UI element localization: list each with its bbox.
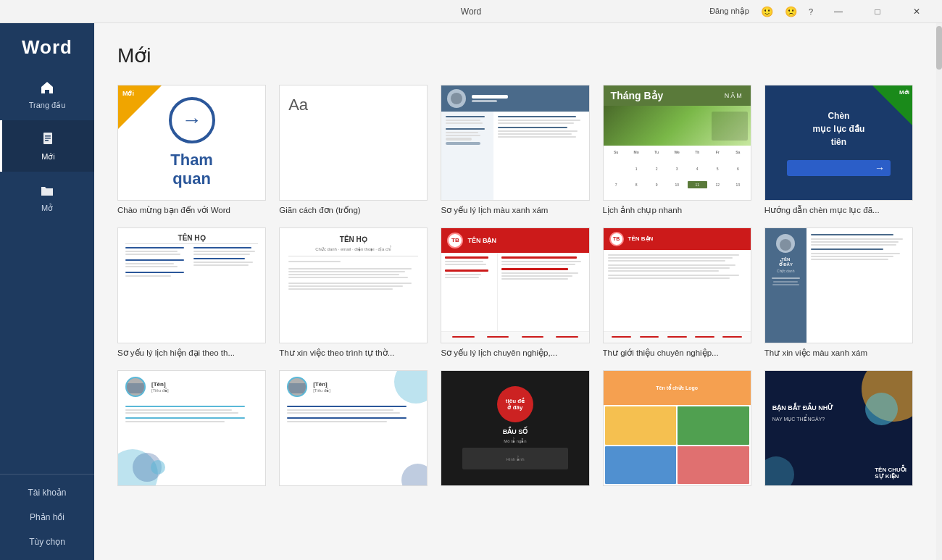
sidebar-label-home: Trang đầu bbox=[29, 101, 66, 110]
template-thumb-event: BẠN BẮT ĐẦU NHỮ NAY MỤC THỂ NGÀY? TÊN CH… bbox=[764, 370, 913, 486]
sidebar-item-open[interactable]: Mở bbox=[0, 172, 94, 223]
template-label: Sơ yếu lý lịch màu xanh xám bbox=[441, 205, 589, 216]
list-item[interactable]: TB TÊN BẠN bbox=[441, 227, 589, 359]
list-item[interactable]: TÊN HỌ Chức danh · email · điện thoại · … bbox=[279, 227, 428, 359]
titlebar-actions: Đăng nhập 🙂 🙁 ? — □ ✕ bbox=[706, 0, 933, 23]
emoji-happy-icon[interactable]: 🙂 bbox=[758, 4, 776, 19]
template-thumb-cv-intro: TB TÊN BẠN bbox=[603, 227, 751, 343]
welcome-text: Thamquan bbox=[170, 151, 213, 189]
list-item[interactable]: Aa Giãn cách đơn (trống) bbox=[279, 85, 428, 216]
template-label: Thư xin việc theo trình tự thờ... bbox=[279, 348, 428, 359]
template-thumb-brochure-dark: tiêu đềở đây BẦU SỐ Mô tả ngắn Hình ảnh bbox=[441, 370, 589, 486]
sidebar-label-open: Mở bbox=[41, 204, 53, 213]
template-thumb-cv-circle2: [Tên] [Tiêu đề] bbox=[279, 370, 428, 486]
template-label: Thư giới thiệu chuyên nghiệp... bbox=[603, 348, 751, 359]
template-thumb-calendar: Tháng Bảy NĂM Su Mo Tu We Th Fr bbox=[603, 85, 751, 201]
list-item[interactable]: Sơ yếu lý lịch màu xanh xám bbox=[441, 85, 589, 216]
titlebar: Word Đăng nhập 🙂 🙁 ? — □ ✕ bbox=[0, 0, 942, 23]
template-label: Giãn cách đơn (trống) bbox=[279, 205, 428, 216]
list-item[interactable]: Tháng Bảy NĂM Su Mo Tu We Th Fr bbox=[603, 85, 751, 216]
list-item[interactable]: tiêu đềở đây BẦU SỐ Mô tả ngắn Hình ảnh bbox=[441, 370, 589, 490]
svg-rect-1 bbox=[45, 135, 51, 137]
minimize-button[interactable]: — bbox=[822, 0, 855, 23]
home-icon bbox=[38, 79, 56, 96]
template-thumb-welcome: Mới → Thamquan bbox=[117, 85, 266, 201]
template-thumb-photo-collage: Tên tổ chức Logo bbox=[603, 370, 751, 486]
template-thumb-cv-modern: TÊN HỌ bbox=[117, 227, 266, 343]
content-area: Mới Mới → Thamquan Chào mừng bạn đến với… bbox=[94, 23, 936, 560]
template-label: Thư xin việc màu xanh xám bbox=[764, 348, 913, 359]
list-item[interactable]: TÊNỞ ĐÂY Chức danh bbox=[764, 227, 913, 359]
app-logo: Word bbox=[0, 23, 94, 69]
welcome-arrow-icon: → bbox=[169, 97, 215, 143]
list-item[interactable]: [Tên] [Tiêu đề] bbox=[117, 370, 266, 490]
template-thumb-blank: Aa bbox=[279, 85, 428, 201]
template-thumb-cover-gray: TÊNỞ ĐÂY Chức danh bbox=[764, 227, 913, 343]
sidebar-nav: Trang đầu Mới bbox=[0, 69, 94, 474]
list-item[interactable]: [Tên] [Tiêu đề] bbox=[279, 370, 428, 490]
scrollbar-thumb[interactable] bbox=[936, 26, 942, 70]
template-thumb-cv-circle1: [Tên] [Tiêu đề] bbox=[117, 370, 266, 486]
list-item[interactable]: Mới → Thamquan Chào mừng bạn đến với Wor… bbox=[117, 85, 266, 216]
blank-aa-label: Aa bbox=[288, 96, 308, 114]
sidebar: Word Trang đầu bbox=[0, 23, 94, 560]
signin-button[interactable]: Đăng nhập bbox=[706, 5, 752, 17]
page-title: Mới bbox=[117, 43, 913, 67]
template-label: Sơ yếu lý lịch hiện đại theo th... bbox=[117, 348, 266, 359]
sidebar-item-account[interactable]: Tài khoản bbox=[0, 480, 94, 505]
close-button[interactable]: ✕ bbox=[900, 0, 933, 23]
list-item[interactable]: TÊN HỌ bbox=[117, 227, 266, 359]
list-item[interactable]: Mới Chènmục lục đầutiên → Hướng dẫn chèn… bbox=[764, 85, 913, 216]
new-document-icon bbox=[40, 130, 57, 148]
template-label: Lịch ảnh chụp nhanh bbox=[603, 205, 751, 216]
list-item[interactable]: Tên tổ chức Logo bbox=[603, 370, 751, 490]
list-item[interactable]: BẠN BẮT ĐẦU NHỮ NAY MỤC THỂ NGÀY? TÊN CH… bbox=[764, 370, 913, 490]
list-item[interactable]: TB TÊN BẠN bbox=[603, 227, 751, 359]
sidebar-item-options[interactable]: Tùy chọn bbox=[0, 530, 94, 554]
template-thumb-cover-letter: TÊN HỌ Chức danh · email · điện thoại · … bbox=[279, 227, 428, 343]
sidebar-item-home[interactable]: Trang đầu bbox=[0, 69, 94, 120]
sidebar-label-new: Mới bbox=[41, 152, 55, 162]
template-label: Chào mừng bạn đến với Word bbox=[117, 205, 266, 216]
sidebar-item-new[interactable]: Mới bbox=[0, 120, 94, 172]
sidebar-item-feedback[interactable]: Phản hồi bbox=[0, 505, 94, 530]
svg-rect-2 bbox=[45, 138, 51, 139]
templates-grid: Mới → Thamquan Chào mừng bạn đến với Wor… bbox=[117, 85, 913, 490]
template-thumb-guide: Mới Chènmục lục đầutiên → bbox=[764, 85, 913, 201]
welcome-badge-text: Mới bbox=[122, 90, 134, 97]
titlebar-title: Word bbox=[461, 7, 481, 17]
maximize-button[interactable]: □ bbox=[861, 0, 894, 23]
svg-rect-3 bbox=[45, 140, 49, 141]
help-button[interactable]: ? bbox=[806, 6, 816, 17]
sidebar-bottom: Tài khoản Phản hồi Tùy chọn bbox=[0, 474, 94, 560]
template-thumb-resume-blue bbox=[441, 85, 589, 201]
emoji-sad-icon[interactable]: 🙁 bbox=[782, 4, 800, 19]
template-thumb-cv-red: TB TÊN BẠN bbox=[441, 227, 589, 343]
app-body: Word Trang đầu bbox=[0, 23, 942, 560]
open-folder-icon bbox=[38, 182, 56, 199]
template-label: Sơ yếu lý lịch chuyên nghiệp,... bbox=[441, 348, 589, 359]
template-label: Hướng dẫn chèn mục lục đã... bbox=[764, 205, 913, 216]
scrollbar-track[interactable] bbox=[936, 23, 942, 560]
